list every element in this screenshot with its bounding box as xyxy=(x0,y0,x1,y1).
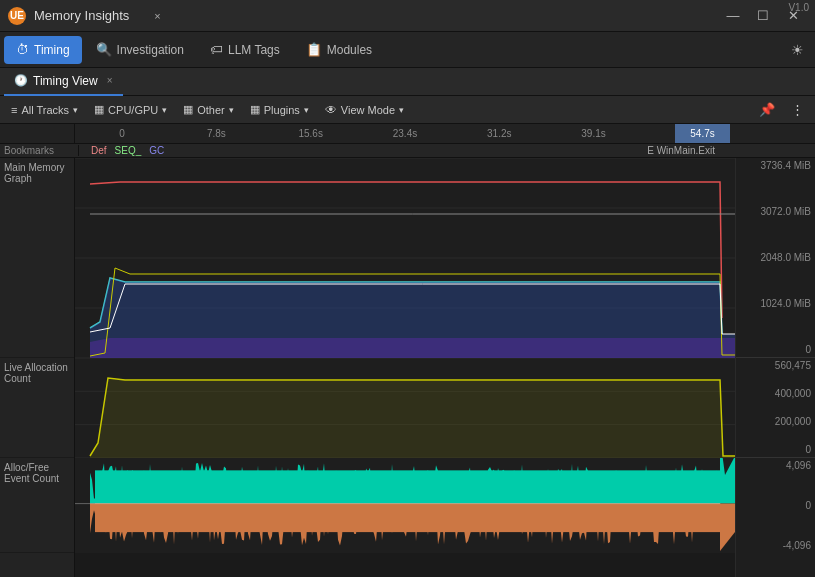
settings-icon[interactable]: ☀ xyxy=(783,38,811,62)
live-alloc-graph-canvas[interactable] xyxy=(75,358,735,458)
y-axis-panel2: 560,475 400,000 200,000 0 xyxy=(736,358,815,458)
main-tab-bar: ⏱ Timing 🔍 Investigation 🏷 LLM Tags 📋 Mo… xyxy=(0,32,815,68)
time-label-1: 7.8s xyxy=(169,128,263,139)
tracks-icon: ≡ xyxy=(11,104,17,116)
y-label-p1-3: 1024.0 MiB xyxy=(740,298,811,309)
cpu-gpu-label: CPU/GPU xyxy=(108,104,158,116)
modules-icon: 📋 xyxy=(306,42,322,57)
all-tracks-button[interactable]: ≡ All Tracks xyxy=(4,99,85,121)
tab-close-icon[interactable]: × xyxy=(149,8,165,24)
def-marker: Def xyxy=(91,145,107,156)
y-label-p1-2: 2048.0 MiB xyxy=(740,252,811,263)
tab-timing[interactable]: ⏱ Timing xyxy=(4,36,82,64)
pin-button[interactable]: 📌 xyxy=(752,99,782,121)
time-ruler-labels: 0 7.8s 15.6s 23.4s 31.2s 39.1s 46.9s xyxy=(75,128,735,139)
sub-tab-bar: 🕐 Timing View × xyxy=(0,68,815,96)
main-memory-graph-canvas[interactable] xyxy=(75,158,735,358)
plugins-icon: ▦ xyxy=(250,103,260,116)
other-button[interactable]: ▦ Other xyxy=(176,99,241,121)
all-tracks-label: All Tracks xyxy=(21,104,69,116)
title-bar-left: UE Memory Insights × xyxy=(8,7,165,25)
eye-icon: 👁 xyxy=(325,103,337,117)
track-name-main-memory: Main Memory Graph xyxy=(0,158,74,358)
tab-bar-right: ☀ xyxy=(783,38,811,62)
right-panel: 3736.4 MiB 3072.0 MiB 2048.0 MiB 1024.0 … xyxy=(735,158,815,577)
left-panel: Main Memory Graph Live Allocation Count … xyxy=(0,158,75,577)
toolbar: ≡ All Tracks ▦ CPU/GPU ▦ Other ▦ Plugins… xyxy=(0,96,815,124)
clock-icon: 🕐 xyxy=(14,74,28,87)
tab-investigation[interactable]: 🔍 Investigation xyxy=(84,36,196,64)
app-window: UE Memory Insights × — ☐ ✕ V1.0 ⏱ Timing… xyxy=(0,0,815,577)
y-label-p1-1: 3072.0 MiB xyxy=(740,206,811,217)
view-mode-label: View Mode xyxy=(341,104,395,116)
sub-tab-label: Timing View xyxy=(33,74,98,88)
toolbar-right: 📌 ⋮ xyxy=(752,99,811,121)
bookmarks-label: Bookmarks xyxy=(4,145,54,156)
time-label-3: 23.4s xyxy=(358,128,452,139)
y-label-p1-0: 3736.4 MiB xyxy=(740,160,811,171)
y-label-p1-4: 0 xyxy=(740,344,811,355)
seq-marker: SEQ_ xyxy=(115,145,142,156)
view-mode-button[interactable]: 👁 View Mode xyxy=(318,99,411,121)
plugins-label: Plugins xyxy=(264,104,300,116)
y-axis-panel3: 4,096 0 -4,096 xyxy=(736,458,815,553)
tab-llm-tags-label: LLM Tags xyxy=(228,43,280,57)
tab-timing-label: Timing xyxy=(34,43,70,57)
gc-marker: GC xyxy=(149,145,164,156)
track-markers-row: Def SEQ_ GC E WinMain.Exit xyxy=(87,145,723,156)
track-name-alloc-free: Alloc/Free Event Count xyxy=(0,458,74,553)
graphs-area: Main Memory Graph Live Allocation Count … xyxy=(0,158,815,577)
cpu-icon: ▦ xyxy=(94,103,104,116)
y-label-p2-2: 200,000 xyxy=(740,416,811,427)
y-label-p3-0: 4,096 xyxy=(740,460,811,471)
alloc-free-graph-canvas[interactable] xyxy=(75,458,735,553)
timing-icon: ⏱ xyxy=(16,42,29,57)
time-label-5: 39.1s xyxy=(546,128,640,139)
winmain-marker: E WinMain.Exit xyxy=(647,145,715,156)
content-wrapper: 0 7.8s 15.6s 23.4s 31.2s 39.1s 46.9s 54.… xyxy=(0,124,815,577)
center-panel xyxy=(75,158,735,577)
investigation-icon: 🔍 xyxy=(96,42,112,57)
tab-investigation-label: Investigation xyxy=(117,43,184,57)
llm-icon: 🏷 xyxy=(210,42,223,57)
minimize-button[interactable]: — xyxy=(719,4,747,28)
y-axis-panel1: 3736.4 MiB 3072.0 MiB 2048.0 MiB 1024.0 … xyxy=(736,158,815,358)
other-icon: ▦ xyxy=(183,103,193,116)
tab-modules-label: Modules xyxy=(327,43,372,57)
title-bar: UE Memory Insights × — ☐ ✕ V1.0 xyxy=(0,0,815,32)
title-bar-title: Memory Insights xyxy=(34,8,129,23)
y-label-p2-3: 0 xyxy=(740,444,811,455)
sub-tab-close-icon[interactable]: × xyxy=(107,75,113,86)
tab-llm-tags[interactable]: 🏷 LLM Tags xyxy=(198,36,292,64)
y-label-p2-0: 560,475 xyxy=(740,360,811,371)
app-icon: UE xyxy=(8,7,26,25)
y-label-p3-2: -4,096 xyxy=(740,540,811,551)
window-controls: — ☐ ✕ V1.0 xyxy=(719,4,807,28)
track-name-live-alloc: Live Allocation Count xyxy=(0,358,74,458)
maximize-button[interactable]: ☐ xyxy=(749,4,777,28)
y-label-p2-1: 400,000 xyxy=(740,388,811,399)
tab-modules[interactable]: 📋 Modules xyxy=(294,36,384,64)
sub-tab-timing-view[interactable]: 🕐 Timing View × xyxy=(4,68,123,96)
more-options-button[interactable]: ⋮ xyxy=(784,99,811,121)
other-label: Other xyxy=(197,104,225,116)
time-label-0: 0 xyxy=(75,128,169,139)
time-ruler: 0 7.8s 15.6s 23.4s 31.2s 39.1s 46.9s 54.… xyxy=(0,124,815,144)
version-label: V1.0 xyxy=(788,2,809,13)
plugins-button[interactable]: ▦ Plugins xyxy=(243,99,316,121)
time-label-2: 15.6s xyxy=(264,128,358,139)
cpu-gpu-button[interactable]: ▦ CPU/GPU xyxy=(87,99,174,121)
time-label-4: 31.2s xyxy=(452,128,546,139)
track-labels-row: Bookmarks Def SEQ_ GC E WinMain.Exit xyxy=(0,144,815,158)
y-label-p3-1: 0 xyxy=(740,500,811,511)
time-highlight: 54.7s xyxy=(675,124,730,143)
